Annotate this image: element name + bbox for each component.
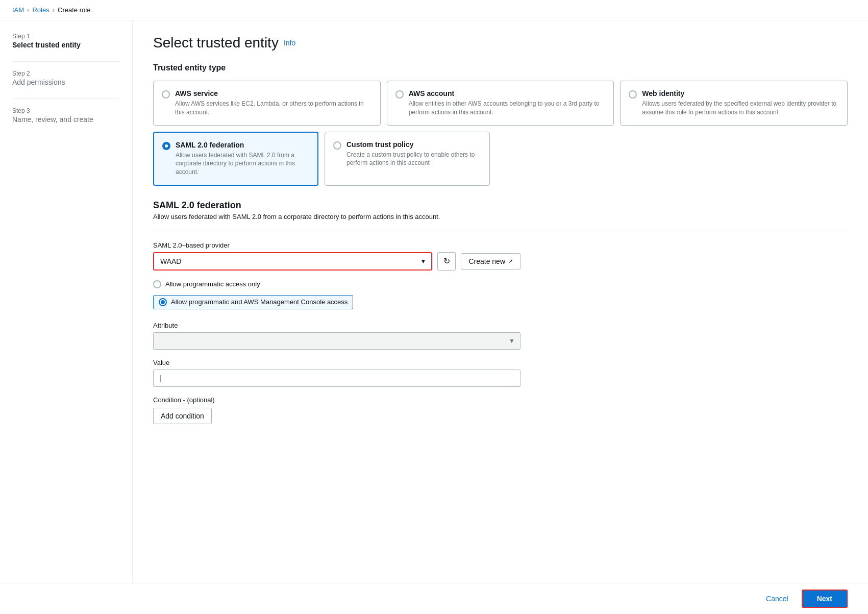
card-aws-service-desc: Allow AWS services like EC2, Lambda, or … bbox=[175, 100, 372, 117]
attribute-label: Attribute bbox=[153, 322, 520, 329]
provider-row: WAAD ▼ ↻ Create new ↗ bbox=[153, 252, 520, 271]
step1-num: Step 1 bbox=[12, 33, 120, 40]
step2-label: Add permissions bbox=[12, 78, 120, 86]
card-web-identity-title: Web identity bbox=[642, 89, 839, 97]
value-input[interactable] bbox=[153, 370, 520, 387]
attr-select-wrapper[interactable]: ▼ bbox=[153, 332, 520, 350]
cancel-button[interactable]: Cancel bbox=[759, 590, 796, 608]
provider-select[interactable]: WAAD bbox=[154, 253, 431, 269]
info-link[interactable]: Info bbox=[284, 39, 295, 47]
radio-programmatic-console-circle bbox=[159, 298, 167, 306]
saml-section-title: SAML 2.0 federation bbox=[153, 200, 848, 211]
card-web-identity[interactable]: Web identity Allows users federated by t… bbox=[620, 81, 848, 126]
card-saml-federation[interactable]: SAML 2.0 federation Allow users federate… bbox=[153, 132, 318, 186]
radio-saml-federation bbox=[162, 142, 170, 150]
breadcrumb-iam[interactable]: IAM bbox=[12, 6, 24, 14]
card-saml-title: SAML 2.0 federation bbox=[176, 141, 309, 149]
sidebar-divider2 bbox=[12, 99, 120, 99]
card-custom-title: Custom trust policy bbox=[346, 140, 481, 149]
radio-custom-trust bbox=[333, 141, 341, 150]
add-condition-button[interactable]: Add condition bbox=[153, 408, 212, 424]
breadcrumb-roles[interactable]: Roles bbox=[32, 6, 49, 14]
top-nav: IAM › Roles › Create role bbox=[0, 0, 868, 20]
card-web-identity-desc: Allows users federated by the specified … bbox=[642, 100, 839, 117]
create-new-button[interactable]: Create new ↗ bbox=[461, 253, 520, 269]
sidebar-divider1 bbox=[12, 61, 120, 62]
step1-label: Select trusted entity bbox=[12, 41, 120, 49]
radio-web-identity bbox=[629, 90, 637, 99]
programmatic-only-label: Allow programmatic access only bbox=[165, 280, 260, 288]
radio-aws-service bbox=[162, 90, 170, 99]
step2-num: Step 2 bbox=[12, 70, 120, 77]
card-saml-desc: Allow users federated with SAML 2.0 from… bbox=[176, 151, 309, 177]
sidebar-step1: Step 1 Select trusted entity bbox=[12, 33, 120, 49]
provider-select-wrapper[interactable]: WAAD ▼ bbox=[153, 252, 432, 271]
attribute-section: Attribute ▼ bbox=[153, 322, 520, 350]
card-custom-desc: Create a custom trust policy to enable o… bbox=[346, 151, 481, 168]
refresh-button[interactable]: ↻ bbox=[437, 252, 456, 271]
step3-label: Name, review, and create bbox=[12, 115, 120, 124]
card-custom-trust[interactable]: Custom trust policy Create a custom trus… bbox=[325, 132, 490, 186]
sidebar-step3: Step 3 Name, review, and create bbox=[12, 107, 120, 124]
page-title: Select trusted entity Info bbox=[153, 35, 848, 51]
step3-num: Step 3 bbox=[12, 107, 120, 114]
entity-cards-row2: SAML 2.0 federation Allow users federate… bbox=[153, 132, 490, 186]
value-section: Value bbox=[153, 359, 520, 387]
main-content: Select trusted entity Info Trusted entit… bbox=[133, 20, 868, 611]
radio-aws-account bbox=[395, 90, 404, 99]
radio-programmatic-console[interactable]: Allow programmatic and AWS Management Co… bbox=[153, 295, 353, 309]
bottom-bar: Cancel Next bbox=[0, 583, 868, 611]
external-link-icon: ↗ bbox=[508, 258, 513, 265]
card-aws-service-title: AWS service bbox=[175, 89, 372, 97]
access-options: Allow programmatic access only Allow pro… bbox=[153, 278, 520, 313]
radio-programmatic-only-circle bbox=[153, 280, 161, 288]
sidebar: Step 1 Select trusted entity Step 2 Add … bbox=[0, 20, 133, 611]
card-aws-service[interactable]: AWS service Allow AWS services like EC2,… bbox=[153, 81, 381, 126]
separator1: › bbox=[27, 6, 29, 14]
breadcrumb-create-role: Create role bbox=[58, 6, 90, 14]
separator2: › bbox=[53, 6, 55, 14]
programmatic-console-label: Allow programmatic and AWS Management Co… bbox=[171, 298, 348, 306]
provider-label: SAML 2.0–based provider bbox=[153, 241, 520, 249]
attribute-select[interactable] bbox=[154, 333, 520, 349]
saml-section-desc: Allow users federated with SAML 2.0 from… bbox=[153, 213, 848, 220]
card-aws-account-title: AWS account bbox=[409, 89, 606, 97]
saml-divider bbox=[153, 231, 848, 231]
radio-programmatic-only[interactable]: Allow programmatic access only bbox=[153, 278, 520, 291]
condition-label: Condition - (optional) bbox=[153, 396, 520, 404]
card-aws-account[interactable]: AWS account Allow entities in other AWS … bbox=[387, 81, 614, 126]
card-aws-account-desc: Allow entities in other AWS accounts bel… bbox=[409, 100, 606, 117]
sidebar-step2: Step 2 Add permissions bbox=[12, 70, 120, 86]
next-button[interactable]: Next bbox=[802, 590, 848, 608]
saml-section: SAML 2.0 federation Allow users federate… bbox=[153, 200, 848, 220]
condition-section: Condition - (optional) Add condition bbox=[153, 396, 520, 424]
value-label: Value bbox=[153, 359, 520, 366]
create-new-label: Create new bbox=[468, 257, 505, 265]
section-title-entity-type: Trusted entity type bbox=[153, 63, 848, 72]
entity-cards-row1: AWS service Allow AWS services like EC2,… bbox=[153, 81, 848, 126]
